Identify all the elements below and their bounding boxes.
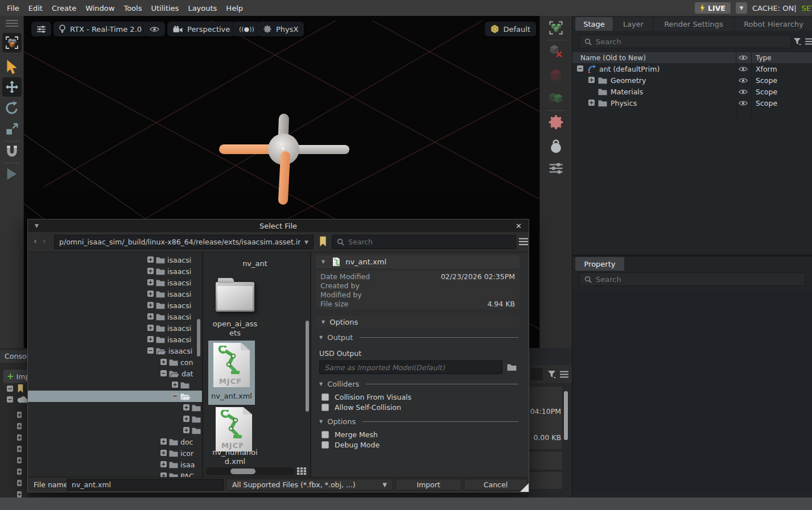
eye-icon[interactable] [739, 100, 748, 106]
expander[interactable]: + [160, 461, 167, 467]
camera-button[interactable]: Perspective [167, 22, 236, 36]
expander[interactable]: + [17, 491, 22, 497]
stage-row-physics[interactable]: + Physics Scope [572, 97, 812, 109]
file-type-filter-dropdown[interactable]: All Supported Files (*.fbx, *.obj, ...) … [226, 479, 393, 491]
expander[interactable]: + [147, 313, 154, 320]
expander[interactable]: + [147, 256, 154, 263]
import-button[interactable]: Import [395, 479, 461, 491]
expander[interactable]: + [147, 325, 154, 331]
cancel-button[interactable]: Cancel [464, 479, 527, 491]
tree-scrollbar[interactable] [197, 319, 200, 356]
tree-row[interactable]: + [17, 408, 22, 419]
back-button[interactable]: ‹ [34, 237, 37, 246]
expander[interactable]: + [160, 472, 167, 477]
stage-search-input[interactable] [596, 38, 786, 46]
file-tree-row[interactable]: +isaacsi [28, 334, 202, 345]
bookmark-icon[interactable] [319, 237, 327, 247]
expander[interactable]: − [147, 347, 154, 354]
file-tree-row[interactable]: + [28, 402, 202, 413]
section-options-2[interactable]: ▼ Options [319, 417, 518, 426]
renderer-button[interactable]: RTX - Real-Time 2.0 [53, 22, 147, 36]
file-tree-row[interactable]: +isaacsi [28, 322, 202, 334]
checkbox-debug-mode[interactable]: Debug Mode [321, 441, 380, 449]
checkbox-collision-from-visuals[interactable]: Collision From Visuals [321, 393, 411, 401]
checkbox-merge-mesh[interactable]: Merge Mesh [321, 430, 378, 439]
file-tree-row[interactable]: +isaacsi [28, 277, 202, 288]
file-tile-nv-ant-xml-selected[interactable]: MJCF nv_ant.xml [208, 341, 255, 405]
path-dropdown-icon[interactable]: ▼ [304, 239, 308, 245]
expander[interactable]: + [160, 450, 167, 456]
expander[interactable]: − [7, 385, 13, 392]
mass-tool-button[interactable] [550, 139, 562, 156]
select-mode-button[interactable] [2, 33, 22, 52]
grid-view-icon[interactable] [297, 467, 306, 475]
tree-row[interactable]: + [17, 431, 22, 442]
eye-icon[interactable] [739, 89, 748, 95]
selection-set-button[interactable] [549, 20, 563, 38]
expander[interactable]: + [160, 359, 167, 365]
tree-row[interactable]: + [17, 442, 22, 453]
expander[interactable]: + [147, 268, 154, 274]
expander[interactable]: − [172, 393, 178, 399]
tab-console[interactable]: Consol [0, 350, 27, 363]
expander[interactable]: − [160, 370, 167, 376]
expander[interactable]: + [17, 457, 22, 463]
window-menu-icon[interactable]: ▼ [35, 223, 39, 229]
move-tool-button[interactable] [2, 77, 22, 97]
expander[interactable]: + [183, 427, 189, 433]
expander[interactable]: + [147, 302, 154, 308]
import-button-clipped[interactable]: + Imp [3, 370, 27, 383]
tree-row-bookmark[interactable]: − [7, 384, 24, 393]
file-tree-row[interactable]: +isaacsi [28, 288, 202, 300]
file-tree-row[interactable]: +icor [28, 447, 202, 459]
checkbox[interactable] [321, 404, 329, 411]
expander[interactable]: + [588, 77, 595, 83]
panel-divider[interactable] [572, 255, 812, 256]
tab-robot-hierarchy[interactable]: Robot Hierarchy [735, 17, 812, 31]
file-tree-row[interactable]: +isaacsi [28, 254, 202, 266]
resize-grip[interactable] [520, 483, 529, 492]
file-tree-row[interactable]: + [28, 413, 202, 425]
file-name-input[interactable] [72, 480, 219, 489]
property-search-input[interactable] [596, 275, 801, 284]
file-name-box[interactable] [67, 479, 224, 491]
physics-settings-button[interactable] [549, 115, 563, 132]
dialog-search-input[interactable] [348, 238, 511, 246]
file-tree-row[interactable]: + [28, 425, 202, 436]
file-tree-row[interactable]: +isaacsi [28, 300, 202, 311]
expander[interactable]: + [17, 423, 22, 429]
dialog-search-box[interactable] [332, 235, 516, 249]
file-tree-row[interactable]: −isaacsi [28, 345, 202, 356]
view-menu-icon[interactable] [519, 238, 528, 246]
tree-row[interactable]: + [17, 488, 22, 497]
horizontal-scrollbar[interactable] [205, 467, 295, 475]
expander[interactable]: + [17, 412, 22, 418]
grid-scrollbar[interactable] [306, 321, 309, 412]
play-button[interactable] [6, 167, 18, 181]
expander[interactable]: − [7, 396, 13, 403]
checkbox[interactable] [321, 393, 329, 401]
expander[interactable]: + [160, 438, 167, 445]
filter-icon[interactable] [547, 370, 556, 379]
file-tile-nv-ant[interactable]: nv_ant [229, 259, 281, 268]
physx-button[interactable]: PhysX [258, 22, 304, 36]
live-dropdown-button[interactable]: ▼ [736, 2, 747, 14]
eye-icon[interactable] [739, 66, 748, 72]
waypoint-button[interactable]: Default [485, 22, 537, 36]
stage-menu-icon[interactable] [805, 38, 812, 45]
file-tree-row[interactable]: +con [28, 356, 202, 368]
file-details-header[interactable]: ▼ nv_ant.xml [316, 255, 520, 268]
path-input-box[interactable]: ▼ [54, 235, 314, 249]
scale-tool-button[interactable] [6, 123, 18, 135]
filter-icon[interactable] [793, 38, 801, 45]
menu-layouts[interactable]: Layouts [183, 4, 221, 13]
expander[interactable]: + [588, 99, 595, 106]
file-tree-row[interactable]: + [28, 379, 202, 391]
file-tree-row-selected[interactable]: − [28, 391, 202, 402]
expander[interactable]: + [17, 468, 22, 475]
stage-row-ant[interactable]: − ant (defaultPrim) Xform [572, 63, 812, 74]
checkbox-allow-self-collision[interactable]: Allow Self-Collision [321, 403, 401, 412]
checkbox[interactable] [321, 431, 329, 438]
scrollbar[interactable] [564, 391, 568, 440]
menu-icon[interactable] [560, 371, 568, 378]
